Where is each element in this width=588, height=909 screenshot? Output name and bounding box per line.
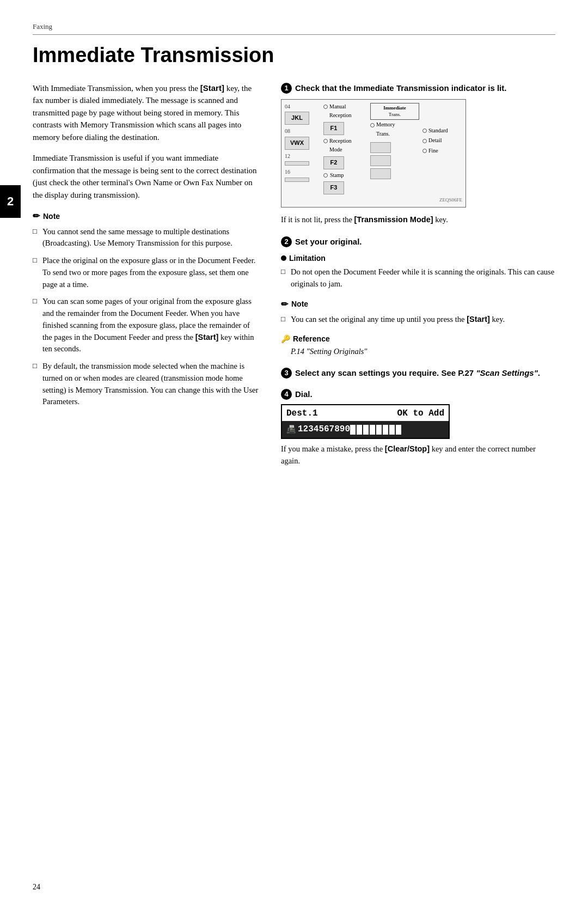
step-2: 2 Set your original. Limitation Do not o… [281, 236, 555, 357]
cursor-blocks [350, 425, 444, 435]
step-2-heading: 2 Set your original. [281, 236, 555, 247]
step-1-heading: 1 Check that the Immediate Transmission … [281, 82, 555, 94]
left-column: With Immediate Transmission, when you pr… [33, 82, 261, 477]
blank-btn-1[interactable] [370, 142, 391, 153]
cursor-1 [350, 425, 356, 435]
note-item-2: Place the original on the exposure glass… [33, 255, 261, 290]
display-bottom-row: 📠 1234567890 [282, 421, 449, 438]
key-row-04: 04 JKL [285, 103, 320, 125]
f3-button[interactable]: F3 [323, 181, 344, 194]
limitation-icon [281, 255, 286, 261]
stamp-row: Stamp [323, 172, 367, 180]
page-title: Immediate Transmission [33, 40, 555, 70]
reception-mode-label1: Reception [329, 137, 352, 145]
reception-label: Reception [323, 112, 352, 120]
reference-text: P.14 "Setting Originals" [281, 346, 555, 357]
panel-right: Immediate Trans. Memory Trans. [370, 103, 419, 194]
note-item-3: You can scan some pages of your original… [33, 296, 261, 355]
chapter-marker: 2 [0, 185, 21, 218]
note-right-list: You can set the original any time up unt… [281, 314, 555, 326]
stamp-label: Stamp [330, 172, 344, 180]
blank-buttons [370, 142, 419, 179]
cursor-5 [376, 425, 382, 435]
intro-para-1: With Immediate Transmission, when you pr… [33, 82, 261, 144]
immediate-indicator: Immediate Trans. [370, 103, 419, 120]
step-3-text: Select any scan settings you require. Se… [295, 367, 540, 379]
jkl-button[interactable]: JKL [285, 112, 309, 125]
step-1-after-text: If it is not lit, press the [Transmissio… [281, 214, 555, 226]
reception-mode-radio [323, 139, 328, 143]
vwx-button[interactable]: VWX [285, 137, 309, 150]
step-4-heading: 4 Dial. [281, 388, 555, 400]
cursor-3 [363, 425, 369, 435]
key-icon: 🔑 [281, 333, 290, 344]
step-4-text: Dial. [295, 388, 313, 400]
step-1: 1 Check that the Immediate Transmission … [281, 82, 555, 226]
panel-far-right: Standard Detail Fine [422, 103, 461, 194]
section-label: Faxing [33, 22, 555, 35]
note-item-4: By default, the transmission mode select… [33, 361, 261, 408]
reference-title: 🔑 Reference [281, 333, 555, 344]
key-row-16: 16 [285, 168, 320, 182]
step-2-text: Set your original. [295, 236, 362, 247]
key-row-12: 12 [285, 152, 320, 166]
memory-trans-row: Memory [370, 121, 419, 129]
panel-keys: 04 JKL 08 VWX 12 [285, 103, 320, 194]
key-16-button[interactable] [285, 178, 309, 182]
display-dest: Dest.1 [286, 407, 318, 420]
note-left-list: You cannot send the same message to mult… [33, 226, 261, 408]
blank-btn-2[interactable] [370, 155, 391, 166]
note-right-item-1: You can set the original any time up unt… [281, 314, 555, 326]
limitation-section: Limitation Do not open the Document Feed… [281, 253, 555, 290]
step-3: 3 Select any scan settings you require. … [281, 367, 555, 379]
standard-row: Standard [422, 127, 461, 135]
blank-btn-3[interactable] [370, 168, 391, 179]
fax-icon: 📠 [286, 424, 296, 435]
detail-radio [422, 139, 427, 143]
panel-center: Manual Reception F1 Reception [323, 103, 367, 194]
manual-reception-group: Manual Reception [323, 103, 367, 120]
step-4: 4 Dial. Dest.1 OK to Add 📠 1234567890 [281, 388, 555, 467]
panel-diagram: 04 JKL 08 VWX 12 [281, 99, 466, 208]
mistake-text: If you make a mistake, press the [Clear/… [281, 443, 555, 467]
manual-label: Manual [329, 103, 346, 111]
fine-row: Fine [422, 147, 461, 155]
display-box: Dest.1 OK to Add 📠 1234567890 [281, 404, 450, 439]
reference-section: 🔑 Reference P.14 "Setting Originals" [281, 333, 555, 357]
manual-radio [323, 105, 328, 109]
step-1-text: Check that the Immediate Transmission in… [295, 82, 506, 94]
zeqs-label: ZEQS06FE [285, 197, 462, 204]
note-left-title: ✏ Note [33, 210, 261, 222]
display-number: 1234567890 [298, 423, 350, 436]
key-12-button[interactable] [285, 161, 309, 166]
display-top-row: Dest.1 OK to Add [282, 405, 449, 421]
main-content: With Immediate Transmission, when you pr… [33, 82, 555, 477]
reception-mode-group: Reception Mode [323, 137, 367, 154]
limitation-item-1: Do not open the Document Feeder while it… [281, 266, 555, 290]
note-item-1: You cannot send the same message to mult… [33, 226, 261, 250]
f2-button[interactable]: F2 [323, 156, 344, 169]
cursor-6 [383, 425, 388, 435]
right-column: 1 Check that the Immediate Transmission … [281, 82, 555, 477]
cursor-7 [389, 425, 395, 435]
standard-radio [422, 129, 427, 133]
cursor-4 [370, 425, 375, 435]
note-right-icon: ✏ [281, 298, 288, 310]
page-container: Faxing Immediate Transmission 2 With Imm… [0, 0, 588, 909]
display-ok-to-add: OK to Add [397, 407, 444, 420]
reception-mode-label2: Mode [323, 146, 342, 154]
note-icon: ✏ [33, 210, 40, 222]
note-left: ✏ Note You cannot send the same message … [33, 210, 261, 408]
fine-radio [422, 149, 427, 153]
intro-para-2: Immediate Transmission is useful if you … [33, 152, 261, 201]
cursor-8 [396, 425, 401, 435]
step-2-number: 2 [281, 236, 292, 247]
step-3-number: 3 [281, 368, 292, 379]
note-right: ✏ Note You can set the original any time… [281, 298, 555, 326]
f1-button[interactable]: F1 [323, 122, 344, 135]
step-1-number: 1 [281, 83, 292, 94]
step-4-number: 4 [281, 389, 292, 400]
step-3-heading: 3 Select any scan settings you require. … [281, 367, 555, 379]
cursor-2 [357, 425, 362, 435]
detail-row: Detail [422, 137, 461, 145]
